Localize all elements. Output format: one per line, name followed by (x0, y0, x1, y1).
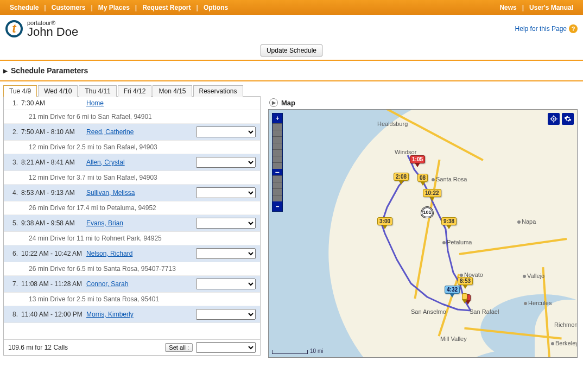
schedule-row[interactable]: 6.10:22 AM - 10:42 AMNelson, Richard (4, 245, 260, 262)
nav-request-report[interactable]: Request Report (137, 4, 196, 11)
customer-link[interactable]: Reed, Catherine (86, 128, 134, 136)
row-time: 9:38 AM - 9:58 AM (21, 219, 86, 227)
city-label: Hercules (524, 300, 552, 306)
city-label: Windsor (395, 149, 416, 155)
zoom-in-button[interactable]: + (273, 113, 282, 123)
row-time: 11:08 AM - 11:28 AM (21, 280, 86, 288)
row-index: 3. (8, 159, 18, 166)
map-scale: 10 mi (272, 348, 323, 354)
update-schedule-button[interactable]: Update Schedule (261, 45, 322, 56)
drive-info: 21 min Drive for 6 mi to San Rafael, 949… (4, 110, 260, 124)
map-marker[interactable]: 10:22 (423, 189, 441, 201)
map-marker[interactable]: 1:05 (410, 155, 425, 167)
triangle-right-icon: ▶ (3, 68, 8, 74)
gear-icon[interactable] (562, 113, 574, 125)
map-marker[interactable]: 08 (417, 174, 428, 186)
marker-bubble: 4:32 (445, 286, 460, 294)
tab-mon-4-15[interactable]: Mon 4/15 (153, 85, 192, 97)
city-label: Vallejo (523, 273, 544, 279)
zoom-control: + – – (272, 113, 283, 212)
set-all-button[interactable]: Set all : (165, 343, 193, 352)
row-action-select[interactable] (196, 248, 256, 259)
nav-my-places[interactable]: My Places (93, 4, 135, 11)
tab-thu-4-11[interactable]: Thu 4/11 (79, 85, 116, 97)
customer-link[interactable]: Sullivan, Melissa (86, 189, 135, 197)
tab-fri-4-12[interactable]: Fri 4/12 (118, 85, 152, 97)
marker-tail (446, 225, 452, 229)
row-time: 8:21 AM - 8:41 AM (21, 159, 86, 166)
brand-block: portatour® John Doe (27, 20, 78, 38)
set-all-select[interactable] (196, 342, 256, 353)
row-action-select[interactable] (196, 127, 256, 137)
city-label: Richmond (554, 321, 578, 328)
drive-info: 24 min Drive for 11 mi to Rohnert Park, … (4, 232, 260, 245)
map-marker[interactable]: 3:00 (377, 217, 392, 229)
marker-tail (429, 197, 435, 201)
play-icon[interactable]: ▶ (269, 98, 278, 107)
customer-link[interactable]: Evans, Brian (86, 219, 123, 227)
marker-tail (382, 225, 388, 229)
city-label: San Rafael (470, 308, 499, 315)
map-marker[interactable]: 9:38 (441, 217, 457, 229)
zoom-out-button[interactable]: – (273, 201, 282, 211)
marker-tail (420, 181, 426, 186)
map-marker[interactable] (462, 293, 467, 304)
marker-tail (462, 284, 468, 289)
marker-bubble: 10:22 (423, 189, 441, 197)
row-time: 10:22 AM - 10:42 AM (21, 250, 86, 257)
nav-news[interactable]: News (494, 4, 522, 11)
schedule-row[interactable]: 4.8:53 AM - 9:13 AMSullivan, Melissa (4, 185, 260, 201)
customer-link[interactable]: Nelson, Richard (86, 250, 132, 257)
tab-tue-4-9[interactable]: Tue 4/9 (3, 85, 37, 97)
nav-right: News| User's Manual (494, 4, 583, 11)
row-action-select[interactable] (196, 218, 256, 229)
city-label: Berkeley (551, 340, 578, 346)
row-action-select[interactable] (196, 279, 256, 289)
schedule-parameters-toggle[interactable]: ▶ Schedule Parameters (0, 61, 583, 80)
customer-link[interactable]: Connor, Sarah (86, 280, 128, 288)
customer-link[interactable]: Morris, Kimberly (86, 311, 134, 318)
map-pane: ▶ Map (268, 96, 580, 358)
city-label: Petaluma (442, 239, 472, 245)
schedule-row[interactable]: 1.7:30 AMHome (4, 97, 260, 110)
marker-tail (462, 299, 467, 304)
tab-wed-4-10[interactable]: Wed 4/10 (38, 85, 78, 97)
city-label: Santa Rosa (432, 176, 467, 182)
nav-options[interactable]: Options (198, 4, 233, 11)
map-canvas[interactable]: 101 + – – (268, 109, 578, 358)
tab-reservations[interactable]: Reservations (193, 85, 243, 97)
nav-users-manual[interactable]: User's Manual (524, 4, 579, 11)
locate-icon[interactable] (548, 113, 560, 125)
nav-customers[interactable]: Customers (46, 4, 91, 11)
schedule-row[interactable]: 8.11:40 AM - 12:00 PMMorris, Kimberly (4, 306, 260, 323)
map-marker[interactable]: 2:08 (394, 173, 409, 185)
row-time: 11:40 AM - 12:00 PM (21, 311, 86, 318)
customer-link[interactable]: Allen, Crystal (86, 159, 125, 166)
help-link[interactable]: Help for this Page ? (515, 24, 578, 33)
map-tools (548, 113, 574, 125)
city-label: Mill Valley (440, 336, 467, 342)
schedule-row[interactable]: 2.7:50 AM - 8:10 AMReed, Catherine (4, 124, 260, 141)
schedule-summary: 109.6 mi for 12 Calls (8, 344, 68, 351)
row-action-select[interactable] (196, 309, 256, 320)
marker-bubble: 1:05 (410, 155, 425, 163)
schedule-list[interactable]: 1.7:30 AMHome21 min Drive for 6 mi to Sa… (4, 97, 260, 339)
row-action-select[interactable] (196, 157, 256, 168)
map-marker[interactable]: 4:32 (445, 286, 460, 298)
schedule-row[interactable]: 7.11:08 AM - 11:28 AMConnor, Sarah (4, 276, 260, 293)
schedule-parameters-label: Schedule Parameters (11, 66, 88, 75)
marker-tail (449, 293, 455, 298)
schedule-row[interactable]: 5.9:38 AM - 9:58 AMEvans, Brian (4, 215, 260, 232)
drive-info: 26 min Drive for 17.4 mi to Petaluma, 94… (4, 201, 260, 215)
customer-link[interactable]: Home (86, 99, 104, 107)
map-marker[interactable]: 8:53 (458, 277, 473, 289)
zoom-step-sel[interactable]: – (273, 169, 282, 175)
help-icon: ? (569, 24, 578, 33)
row-action-select[interactable] (196, 187, 256, 198)
drive-info: 12 min Drive for 2.5 mi to San Rafael, 9… (4, 141, 260, 154)
nav-schedule[interactable]: Schedule (4, 4, 44, 11)
schedule-pane: 1.7:30 AMHome21 min Drive for 6 mi to Sa… (3, 96, 261, 356)
update-row: Update Schedule (0, 40, 583, 60)
schedule-row[interactable]: 3.8:21 AM - 8:41 AMAllen, Crystal (4, 154, 260, 171)
city-label: Oakl (563, 357, 575, 358)
